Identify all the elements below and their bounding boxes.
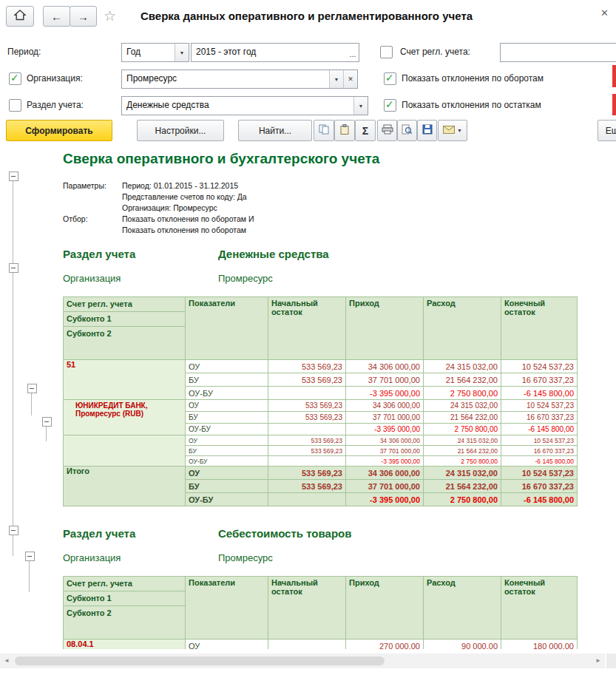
tree-collapse-button[interactable] <box>9 526 18 535</box>
value-cell[interactable]: 24 315 032,00 <box>424 360 501 373</box>
sum-button[interactable]: Σ <box>355 120 376 141</box>
value-cell[interactable]: 24 315 032,00 <box>424 400 501 412</box>
col-header[interactable]: Начальный остаток <box>268 297 346 360</box>
value-cell[interactable] <box>268 424 346 435</box>
chevron-down-icon[interactable]: ▼ <box>329 70 343 88</box>
indicator-cell[interactable]: ОУ <box>186 640 268 650</box>
col-header[interactable]: Приход <box>346 297 424 360</box>
value-cell[interactable]: 533 569,23 <box>268 446 346 456</box>
group-name-cell[interactable]: ЮНИКРЕДИТ БАНК, Промресурс (RUB) <box>64 400 186 435</box>
period-kind-combo[interactable]: Год ▼ <box>121 43 189 62</box>
value-cell[interactable]: 37 701 000,00 <box>346 446 424 456</box>
value-cell[interactable]: 34 306 000,00 <box>346 360 424 373</box>
value-cell[interactable]: 34 306 000,00 <box>346 435 424 446</box>
value-cell[interactable]: 270 000,00 <box>346 640 424 650</box>
value-cell[interactable]: -3 395 000,00 <box>346 493 424 506</box>
value-cell[interactable]: -6 145 800,00 <box>501 456 578 467</box>
value-cell[interactable]: 533 569,23 <box>268 467 346 480</box>
org-value[interactable]: Промресурс <box>122 70 329 88</box>
tree-collapse-button[interactable] <box>27 384 37 393</box>
tree-collapse-button[interactable] <box>42 417 52 427</box>
settings-button[interactable]: Настройки... <box>137 120 224 141</box>
value-cell[interactable]: 10 524 537,23 <box>501 360 578 373</box>
turnover-checkbox[interactable] <box>384 72 396 85</box>
value-cell[interactable]: 34 306 000,00 <box>346 467 424 480</box>
col-header[interactable]: Расход <box>424 297 501 360</box>
save-button[interactable] <box>417 120 437 141</box>
scroll-thumb[interactable] <box>15 657 385 665</box>
account-value[interactable] <box>501 44 616 61</box>
scroll-right-icon[interactable]: ► <box>595 657 601 664</box>
value-cell[interactable]: 21 564 232,00 <box>424 480 501 493</box>
indicator-cell[interactable]: БУ <box>186 480 268 493</box>
value-cell[interactable]: 37 701 000,00 <box>346 373 424 387</box>
period-value-field[interactable]: 2015 - этот год ... <box>191 43 359 62</box>
value-cell[interactable]: 533 569,23 <box>268 480 346 493</box>
scroll-left-icon[interactable]: ◄ <box>4 657 10 664</box>
ellipsis-button[interactable]: ... <box>347 44 359 61</box>
value-cell[interactable] <box>268 640 346 650</box>
horizontal-scrollbar[interactable]: ◄ ► <box>0 654 605 668</box>
col-header[interactable]: Начальный остаток <box>268 577 346 640</box>
value-cell[interactable]: -6 145 800,00 <box>501 493 578 506</box>
value-cell[interactable]: 24 315 032,00 <box>424 467 501 480</box>
value-cell[interactable] <box>268 493 346 506</box>
forward-button[interactable]: → <box>70 6 97 27</box>
indicator-cell[interactable]: ОУ <box>186 467 268 480</box>
col-header[interactable]: Показатели <box>186 297 268 360</box>
favorites-star-icon[interactable]: ☆ <box>104 7 116 24</box>
col-header[interactable]: Конечный остаток <box>501 577 578 640</box>
value-cell[interactable]: 34 306 000,00 <box>346 400 424 412</box>
indicator-cell[interactable]: БУ <box>186 373 268 387</box>
back-button[interactable]: ← <box>43 6 70 27</box>
find-button[interactable]: Найти... <box>238 120 312 141</box>
chevron-down-icon[interactable]: ▼ <box>175 44 189 61</box>
org-combo[interactable]: Промресурс ▼ ✕ <box>121 69 358 89</box>
account-input[interactable] <box>500 43 616 62</box>
more-button[interactable]: Ещё <box>598 120 616 141</box>
value-cell[interactable]: -6 145 800,00 <box>501 387 578 400</box>
tree-collapse-button[interactable] <box>25 552 35 561</box>
home-button[interactable] <box>6 6 34 27</box>
section-value[interactable]: Денежные средства <box>122 97 353 115</box>
value-cell[interactable]: 533 569,23 <box>268 400 346 412</box>
value-cell[interactable]: 21 564 232,00 <box>424 446 501 456</box>
value-cell[interactable]: 180 000,00 <box>501 640 578 650</box>
indicator-cell[interactable]: БУ <box>186 412 268 424</box>
value-cell[interactable]: 533 569,23 <box>268 435 346 446</box>
indicator-cell[interactable]: БУ <box>186 446 268 456</box>
group-name-cell[interactable]: 08.04.1 <box>64 640 186 650</box>
col-header[interactable]: Конечный остаток <box>501 297 578 360</box>
org-label[interactable]: Организация: <box>27 73 83 84</box>
indicator-cell[interactable]: ОУ-БУ <box>186 387 268 400</box>
value-cell[interactable]: 90 000,00 <box>424 640 501 650</box>
section-label[interactable]: Раздел учета: <box>27 100 84 110</box>
value-cell[interactable]: 533 569,23 <box>268 412 346 424</box>
value-cell[interactable]: 21 564 232,00 <box>424 412 501 424</box>
group-name-cell[interactable]: Итого <box>64 467 186 506</box>
section-checkbox[interactable] <box>9 99 21 112</box>
value-cell[interactable]: 37 701 000,00 <box>346 480 424 493</box>
account-header-cell[interactable]: Счет регл. учетаСубконто 1Субконто 2 <box>64 297 186 360</box>
balance-label[interactable]: Показать отклонения по остаткам <box>402 100 541 110</box>
account-header-cell[interactable]: Счет регл. учетаСубконто 1Субконто 2 <box>64 577 186 640</box>
value-cell[interactable]: 533 569,23 <box>268 360 346 373</box>
period-value-text[interactable]: 2015 - этот год <box>192 44 347 61</box>
group-name-cell[interactable]: 51 <box>64 360 186 400</box>
clear-icon[interactable]: ✕ <box>343 70 357 88</box>
value-cell[interactable]: 24 315 032,00 <box>424 435 501 446</box>
tree-collapse-button[interactable] <box>9 263 18 273</box>
generate-button[interactable]: Сформировать <box>6 120 112 141</box>
org-checkbox[interactable] <box>9 72 21 85</box>
turnover-label[interactable]: Показать отклонения по оборотам <box>402 73 544 84</box>
chevron-down-icon[interactable]: ▼ <box>353 97 368 115</box>
col-header[interactable]: Приход <box>346 577 424 640</box>
indicator-cell[interactable]: ОУ-БУ <box>186 456 268 467</box>
indicator-cell[interactable]: ОУ <box>186 360 268 373</box>
value-cell[interactable]: 21 564 232,00 <box>424 373 501 387</box>
value-cell[interactable]: 37 701 000,00 <box>346 412 424 424</box>
col-header[interactable]: Расход <box>424 577 501 640</box>
indicator-cell[interactable]: ОУ-БУ <box>186 493 268 506</box>
value-cell[interactable]: 16 670 337,23 <box>501 373 578 387</box>
value-cell[interactable]: 16 670 337,23 <box>501 412 578 424</box>
